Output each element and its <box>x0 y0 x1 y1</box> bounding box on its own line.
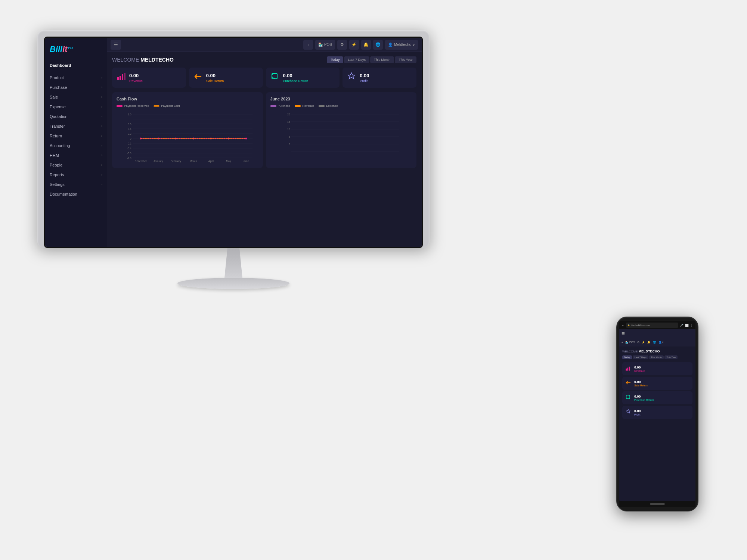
bell-icon-btn[interactable]: 🔔 <box>361 40 371 50</box>
pos-button[interactable]: 🏪 POS <box>315 40 335 50</box>
barchart-legend: Purchase Revenue Expense <box>270 104 412 108</box>
svg-text:-0.6: -0.6 <box>127 152 131 155</box>
legend-sent: Payment Sent <box>154 104 180 108</box>
svg-rect-50 <box>627 368 628 371</box>
svg-text:5: 5 <box>288 136 290 138</box>
dashboard-area: WELCOME MELDTECHO Today Last 7 Days This… <box>107 52 422 247</box>
tab-icon[interactable]: ⬜ <box>685 324 689 327</box>
legend-expense: Expense <box>319 104 338 108</box>
sidebar-item-return[interactable]: Return › <box>45 131 107 141</box>
phone-browser-topbar: ← 🔒 dtecho.billitpro.com 🎤 ⬜ ⋮ <box>619 321 695 329</box>
phone-flash-icon[interactable]: ⚡ <box>642 341 645 344</box>
phone-filter-year[interactable]: This Year <box>664 355 678 359</box>
legend-purchase: Purchase <box>270 104 291 108</box>
stat-cards: 0.00 Revenue <box>112 68 416 88</box>
svg-rect-51 <box>629 367 630 371</box>
phone-add-btn[interactable]: + <box>622 341 623 344</box>
barchart-svg: 0 5 10 15 20 <box>270 111 412 163</box>
sidebar-item-product[interactable]: Product › <box>45 73 107 83</box>
chevron-right-icon: › <box>101 95 102 99</box>
phone-welcome: WELCOME MELDTECHO <box>622 349 692 353</box>
stat-card-revenue: 0.00 Revenue <box>112 68 186 88</box>
phone-filter-month[interactable]: This Month <box>649 355 664 359</box>
svg-text:March: March <box>190 160 197 162</box>
flash-icon-btn[interactable]: ⚡ <box>349 40 359 50</box>
phone-stat-profit: 0.00 Profit <box>622 406 692 419</box>
monitor-screen-outer: BillitPro Dashboard Product › Purchase <box>37 30 430 248</box>
svg-rect-1 <box>120 76 121 80</box>
sidebar-item-documentation[interactable]: Documentation <box>45 189 107 199</box>
phone-globe-icon[interactable]: 🌐 <box>653 341 656 344</box>
phone-date-btns: Today Last 7 Days This Month This Year <box>622 355 692 359</box>
sidebar-item-transfer[interactable]: Transfer › <box>45 121 107 131</box>
purchase-return-icon <box>270 72 279 83</box>
more-icon[interactable]: ⋮ <box>690 324 693 327</box>
sidebar-item-reports[interactable]: Reports › <box>45 170 107 180</box>
phone-bell-icon[interactable]: 🔔 <box>647 341 651 344</box>
topbar: ☰ + 🏪 POS ⚙ ⚡ 🔔 🌐 <box>107 38 422 52</box>
svg-text:15: 15 <box>287 121 290 123</box>
svg-text:0: 0 <box>130 137 131 140</box>
user-menu-button[interactable]: 👤 Meldtecho ∨ <box>385 40 418 50</box>
sidebar-item-hrm[interactable]: HRM › <box>45 150 107 160</box>
svg-point-37 <box>245 138 247 140</box>
filter-this-year[interactable]: This Year <box>395 56 416 63</box>
settings-icon-btn[interactable]: ⚙ <box>337 40 347 50</box>
legend-dot-gray <box>319 105 325 107</box>
revenue-icon <box>117 72 125 83</box>
cashflow-legend: Payment Received Payment Sent <box>117 104 258 108</box>
sidebar-item-expense[interactable]: Expense › <box>45 102 107 112</box>
svg-rect-2 <box>122 74 123 80</box>
sidebar-item-quotation[interactable]: Quotation › <box>45 112 107 121</box>
welcome-text: WELCOME MELDTECHO <box>112 57 174 63</box>
logo-pro: Pro <box>68 46 73 50</box>
phone-nav: ☰ <box>619 329 695 338</box>
sidebar-item-people[interactable]: People › <box>45 160 107 170</box>
barchart-title: June 2023 <box>270 97 412 101</box>
svg-rect-0 <box>117 77 119 80</box>
date-filter-buttons: Today Last 7 Days This Month This Year <box>327 56 416 63</box>
filter-last7[interactable]: Last 7 Days <box>344 56 369 63</box>
filter-this-month[interactable]: This Month <box>370 56 394 63</box>
monitor: BillitPro Dashboard Product › Purchase <box>37 30 430 289</box>
sidebar-item-accounting[interactable]: Accounting › <box>45 141 107 150</box>
phone-settings-icon[interactable]: ⚙ <box>637 341 639 344</box>
filter-today[interactable]: Today <box>327 56 343 63</box>
sidebar-item-settings[interactable]: Settings › <box>45 180 107 189</box>
back-icon[interactable]: ← <box>622 324 624 327</box>
svg-text:May: May <box>226 160 231 163</box>
chevron-right-icon: › <box>101 183 102 186</box>
barchart: June 2023 Purchase Revenue <box>266 92 417 168</box>
legend-received: Payment Received <box>117 104 149 108</box>
stat-card-sale-return: 0.00 Sale Return <box>189 68 263 88</box>
topbar-actions: + 🏪 POS ⚙ ⚡ 🔔 🌐 👤 <box>303 40 418 50</box>
phone-pos-icon[interactable]: 🏪 POS <box>625 341 635 344</box>
mic-icon[interactable]: 🎤 <box>680 324 684 327</box>
sidebar-item-sale[interactable]: Sale › <box>45 92 107 102</box>
menu-button[interactable]: ☰ <box>111 40 121 50</box>
sidebar-item-purchase[interactable]: Purchase › <box>45 83 107 92</box>
svg-text:June: June <box>243 160 249 162</box>
svg-text:0: 0 <box>288 143 290 146</box>
svg-text:-1.0: -1.0 <box>127 157 131 159</box>
phone-user-icon[interactable]: 👤∨ <box>658 341 664 344</box>
scene: BillitPro Dashboard Product › Purchase <box>19 19 728 541</box>
legend-dot-orange-solid <box>295 105 301 107</box>
phone-filter-today[interactable]: Today <box>622 355 632 359</box>
app-container: BillitPro Dashboard Product › Purchase <box>45 38 422 247</box>
add-button[interactable]: + <box>303 40 313 50</box>
store-icon: 🏪 <box>318 43 323 47</box>
phone-menu-icon[interactable]: ☰ <box>622 332 625 336</box>
globe-icon-btn[interactable]: 🌐 <box>373 40 383 50</box>
svg-rect-52 <box>626 395 630 399</box>
svg-rect-49 <box>626 368 627 370</box>
phone-filter-last7[interactable]: Last 7 Days <box>633 355 648 359</box>
revenue-value: 0.00 <box>129 73 143 78</box>
phone-bottom-bar <box>619 501 695 507</box>
phone-stat-sale-return: 0.00 Sale Return <box>622 377 692 390</box>
chevron-right-icon: › <box>101 163 102 167</box>
sidebar-dashboard[interactable]: Dashboard <box>45 60 107 73</box>
phone-home-indicator <box>650 503 665 505</box>
lock-icon: 🔒 <box>627 324 630 326</box>
monitor-stand-base <box>177 278 289 289</box>
